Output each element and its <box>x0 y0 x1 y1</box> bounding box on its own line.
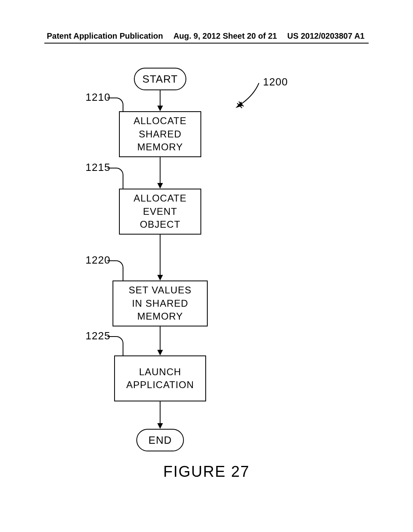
process-step-1220: SET VALUES IN SHARED MEMORY <box>113 281 208 326</box>
arrow-head-icon <box>157 106 163 111</box>
arrow-head-icon <box>157 183 163 189</box>
arrow-line <box>160 401 161 424</box>
arrow-line <box>160 326 161 351</box>
figure-label: FIGURE 27 <box>0 463 413 480</box>
ref-label-1210: 1210 <box>86 91 111 104</box>
arrow-head-icon <box>157 275 163 281</box>
header-center: Aug. 9, 2012 Sheet 20 of 21 <box>173 31 277 41</box>
process-step-1210: ALLOCATE SHARED MEMORY <box>119 111 201 157</box>
terminal-end: END <box>136 429 184 451</box>
process-text: LAUNCH APPLICATION <box>126 366 194 392</box>
process-step-1215: ALLOCATE EVENT OBJECT <box>119 189 201 235</box>
flowchart: 1200 START 1210 ALLOCATE SHARED MEMORY 1… <box>0 68 413 455</box>
terminal-start: START <box>134 68 186 90</box>
lead-line <box>107 336 123 356</box>
ref-label-1220: 1220 <box>86 254 111 266</box>
arrow-head-icon <box>157 350 163 355</box>
arrow-line <box>160 235 161 276</box>
ref-label-main: 1200 <box>263 76 288 88</box>
arrow-line <box>160 157 161 184</box>
ref-label-1225: 1225 <box>86 330 111 342</box>
arrow-head-icon <box>157 423 163 429</box>
lead-line <box>107 98 123 112</box>
ref-label-1215: 1215 <box>86 161 111 174</box>
pointer-arrow-icon <box>234 82 262 110</box>
arrow-line <box>160 90 161 106</box>
page-header: Patent Application Publication Aug. 9, 2… <box>0 31 413 41</box>
header-rule <box>44 43 369 44</box>
lead-line <box>107 168 123 189</box>
terminal-end-label: END <box>148 434 172 447</box>
header-left: Patent Application Publication <box>47 31 163 41</box>
process-step-1225: LAUNCH APPLICATION <box>114 355 206 401</box>
process-text: SET VALUES IN SHARED MEMORY <box>129 284 192 323</box>
header-right: US 2012/0203807 A1 <box>287 31 365 41</box>
lead-line <box>107 260 123 281</box>
process-text: ALLOCATE SHARED MEMORY <box>133 114 187 154</box>
terminal-start-label: START <box>142 73 178 85</box>
process-text: ALLOCATE EVENT OBJECT <box>133 192 187 231</box>
